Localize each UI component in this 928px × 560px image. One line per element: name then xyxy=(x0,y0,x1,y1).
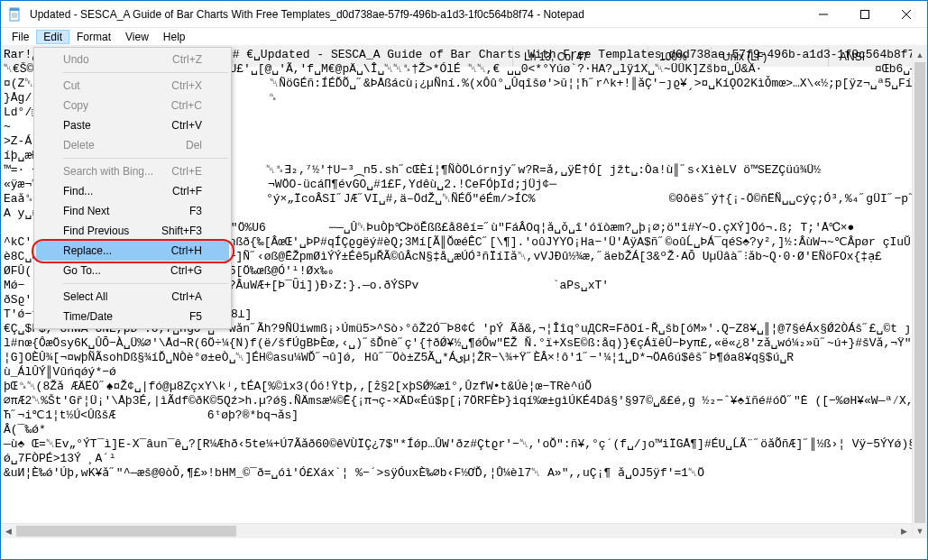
menu-separator xyxy=(63,72,228,73)
menu-copy[interactable]: CopyCtrl+C xyxy=(36,96,229,115)
menu-help[interactable]: Help xyxy=(156,30,193,44)
menu-view[interactable]: View xyxy=(118,30,156,44)
titlebar: Updated - SESCA_A Guide of Bar Charts Wi… xyxy=(1,1,927,28)
svg-rect-1 xyxy=(10,8,19,11)
edit-menu-dropdown: UndoCtrl+Z CutCtrl+X CopyCtrl+C PasteCtr… xyxy=(33,47,232,329)
scroll-up-arrow-icon[interactable]: ▲ xyxy=(913,47,927,62)
menu-separator xyxy=(63,283,228,284)
menu-search-bing[interactable]: Search with Bing...Ctrl+E xyxy=(36,161,229,181)
menu-find[interactable]: Find...Ctrl+F xyxy=(36,181,229,201)
minimize-button[interactable] xyxy=(803,1,844,27)
menubar: File Edit Format View Help xyxy=(1,28,927,46)
notepad-icon xyxy=(8,7,23,22)
menu-paste[interactable]: PasteCtrl+V xyxy=(36,115,229,135)
menu-select-all[interactable]: Select AllCtrl+A xyxy=(36,287,229,307)
scroll-down-arrow-icon[interactable]: ▼ xyxy=(913,523,927,538)
menu-find-previous[interactable]: Find PreviousShift+F3 xyxy=(36,221,229,241)
svg-rect-6 xyxy=(861,10,869,18)
scroll-right-arrow-icon[interactable]: ▶ xyxy=(896,524,912,538)
menu-separator xyxy=(63,158,228,159)
menu-time-date[interactable]: Time/DateF5 xyxy=(36,307,229,326)
vertical-scrollbar[interactable]: ▲ ▼ xyxy=(912,47,927,538)
menu-delete[interactable]: DeleteDel xyxy=(36,135,229,155)
scroll-thumb-horizontal[interactable] xyxy=(16,526,236,537)
scroll-thumb-vertical[interactable] xyxy=(914,62,925,523)
menu-find-next[interactable]: Find NextF3 xyxy=(36,201,229,221)
menu-file[interactable]: File xyxy=(5,30,36,44)
menu-undo[interactable]: UndoCtrl+Z xyxy=(36,50,229,69)
menu-format[interactable]: Format xyxy=(69,30,118,44)
menu-goto[interactable]: Go To...Ctrl+G xyxy=(36,261,229,280)
menu-edit[interactable]: Edit xyxy=(36,30,69,44)
close-button[interactable] xyxy=(886,1,927,27)
scroll-left-arrow-icon[interactable]: ◀ xyxy=(1,524,16,538)
menu-cut[interactable]: CutCtrl+X xyxy=(36,76,229,96)
window-title: Updated - SESCA_A Guide of Bar Charts Wi… xyxy=(30,8,803,21)
horizontal-scrollbar[interactable]: ◀ ▶ xyxy=(1,523,912,538)
menu-replace[interactable]: Replace...Ctrl+H xyxy=(36,241,229,261)
maximize-button[interactable] xyxy=(844,1,886,27)
